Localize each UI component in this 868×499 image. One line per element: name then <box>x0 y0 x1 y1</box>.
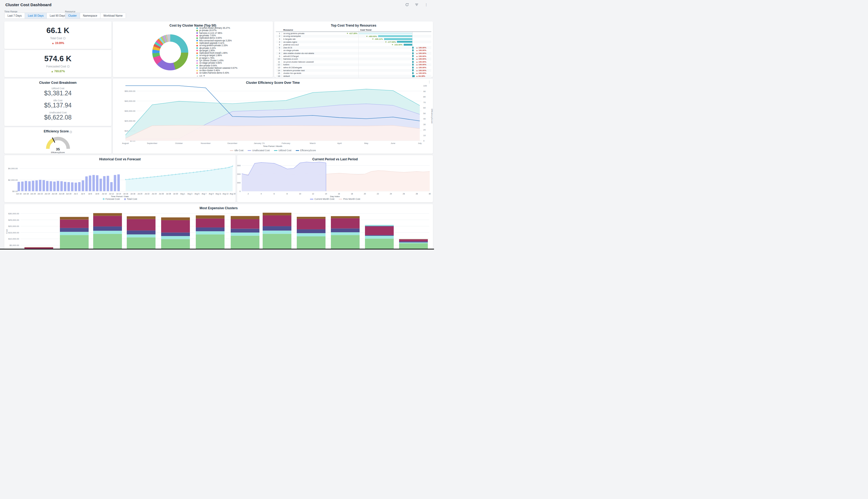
legend-item-idle-cost[interactable]: Idle Cost <box>230 149 244 152</box>
cost-trend-cell: ▼ -627.85% <box>358 32 415 35</box>
svg-text:$20,000.00: $20,000.00 <box>125 120 136 122</box>
zero-axis-line <box>412 40 413 44</box>
page-down-icon[interactable]: ▼ <box>203 75 205 77</box>
legend-item-prev-month-cost[interactable]: Prev Month Cost <box>339 198 360 200</box>
cost-trend-cell <box>358 55 415 58</box>
resource-name: ce-prod-cluster-failover-uswest2 <box>282 61 358 63</box>
table-row[interactable]: 2ce-eng-sonarqube▼ -400.00% <box>276 35 431 38</box>
most-expensive-chart: $30,000.00$25,000.00$20,000.00$15,000.00… <box>4 210 433 250</box>
time-range-option-last-7-days[interactable]: Last 7 Days <box>4 13 25 19</box>
legend-item[interactable]: ce-eng-jenkins-private 2.33% <box>196 44 237 47</box>
legend-item[interactable]: ce-prod-cluster-primary 25.27% <box>196 27 237 29</box>
svg-text:$10,000.00: $10,000.00 <box>8 238 19 240</box>
svg-text:Jul 18: Jul 18 <box>130 193 135 195</box>
legend-item[interactable]: pr-private 20.07% <box>196 29 237 32</box>
legend-swatch <box>230 150 233 151</box>
row-rank: 7 <box>276 49 282 51</box>
kebab-menu-icon[interactable]: ⋮ <box>424 3 428 7</box>
legend-item[interactable]: qa-private 7.02% <box>196 34 237 37</box>
gauge-title: Efficiency Score i <box>4 127 111 133</box>
legend-item-unallocated-cost[interactable]: Unallocated Cost <box>248 149 270 152</box>
legend-item[interactable]: replicated-upgrade 3.11% <box>196 42 237 44</box>
legend-item[interactable]: ce-prod-cluster-failover-uswest2 0.57% <box>196 67 237 69</box>
table-row[interactable]: 11ce-prod-cluster-failover-uswest2▲ 100.… <box>276 60 431 63</box>
table-row[interactable]: 15cluster-for-qa-tests▲ 100.00% <box>276 72 431 75</box>
table-row[interactable]: 5prakhar-ecs-ec2▼ -102.00% <box>276 43 431 46</box>
svg-text:November: November <box>200 142 210 145</box>
legend-item[interactable]: harness-ci-ccm 17.95% <box>196 32 237 34</box>
stacked-bar-segment <box>262 234 291 250</box>
stacked-bar-segment <box>231 233 259 236</box>
time-range-option-last-30-days[interactable]: Last 30 Days <box>25 13 47 19</box>
table-row[interactable]: 12tudors▲ 100.00% <box>276 63 431 66</box>
info-icon[interactable]: i <box>70 131 72 133</box>
legend-text: pr-target 1.79% <box>199 57 214 59</box>
table-row[interactable]: 13wfmx-ECSDelegate▲ 100.00% <box>276 66 431 69</box>
legend-item[interactable]: qa-target 1.90% <box>196 49 237 52</box>
svg-text:$5,000.00: $5,000.00 <box>9 244 19 246</box>
legend-dot <box>196 45 198 47</box>
page-up-icon[interactable]: ▲ <box>196 75 198 77</box>
table-row[interactable]: 4ce-sales-nginx▼ -177.90% <box>276 40 431 44</box>
trend-bar <box>412 69 414 71</box>
legend-item-forecast-cost[interactable]: Forecast Cost <box>103 198 120 200</box>
svg-text:10: 10 <box>423 134 426 137</box>
table-row[interactable]: 8alex-stable-cluster-do-not-delete▲ 100.… <box>276 52 431 55</box>
stacked-bar-segment <box>93 216 122 227</box>
legend-text: ce-stage-private 0.65% <box>199 62 222 64</box>
legend-item-total-cost[interactable]: Total Cost <box>124 198 137 200</box>
svg-text:February: February <box>282 142 290 145</box>
stacked-bar-segment <box>231 229 259 233</box>
trend-value: ▲ 84.39% <box>415 75 430 77</box>
trend-bar <box>358 33 412 34</box>
table-row[interactable]: 16default▲ 84.39% <box>276 75 431 77</box>
svg-text:$25,000.00: $25,000.00 <box>8 219 19 221</box>
info-icon[interactable]: i <box>63 37 65 39</box>
legend-item-utilized-cost[interactable]: Utilized Cost <box>274 149 291 152</box>
resource-option-namespace[interactable]: Namespace <box>80 13 100 19</box>
svg-text:Day Index: Day Index <box>330 195 340 198</box>
legend-swatch <box>102 198 105 200</box>
table-row[interactable]: 6Zee-ECS▲ 100.00% <box>276 46 431 49</box>
stacked-bar-segment <box>196 234 224 250</box>
total-cost-delta: ▲ 19.09% <box>51 41 64 45</box>
legend-item[interactable]: ce-dev-cluster 0.46% <box>196 69 237 72</box>
svg-text:Jul 4: Jul 4 <box>81 193 85 195</box>
legend-item[interactable]: qb-private 2.22% <box>196 47 237 49</box>
legend-dot <box>196 60 198 61</box>
legend-item[interactable]: pr-target 1.79% <box>196 57 237 59</box>
legend-item[interactable]: ce-stage-private 0.65% <box>196 62 237 64</box>
legend-item-current-month-cost[interactable]: Current Month Cost <box>310 198 334 200</box>
refresh-icon[interactable] <box>405 3 409 7</box>
legend-text: ce-eng-jenkins-private 2.33% <box>199 44 228 47</box>
trend-value: ▲ 100.00% <box>415 58 430 60</box>
legend-item[interactable]: replicated-demo 3.93% <box>196 37 237 39</box>
info-icon[interactable]: i <box>67 65 70 68</box>
legend-dot <box>196 30 198 32</box>
table-row[interactable]: 10harness-ci-ccm▲ 100.00% <box>276 58 431 60</box>
table-row[interactable]: 9wfmxECSTarget▲ 100.00% <box>276 55 431 58</box>
legend-item[interactable]: dev-private 0.64% <box>196 64 237 66</box>
table-row[interactable]: 7ce-stage-private▲ 100.00% <box>276 49 431 52</box>
svg-text:$20,000.00: $20,000.00 <box>8 225 19 228</box>
table-row[interactable]: 1ce-eng-jenkins-private▼ -627.85% <box>276 32 431 35</box>
svg-text:20: 20 <box>364 193 366 195</box>
svg-text:0: 0 <box>240 190 241 193</box>
row-rank: 13 <box>276 66 282 69</box>
cost-trend-cell <box>358 60 415 63</box>
legend-item-efficiencyscore[interactable]: EfficiencyScore <box>296 149 316 152</box>
legend-item[interactable]: ce-eng-pr-target 1.88% <box>196 54 237 57</box>
resource-option-cluster[interactable]: Cluster <box>65 13 80 19</box>
table-row[interactable]: 3lr-fargate-lab▼ -330.22% <box>276 38 431 40</box>
legend-item[interactable]: k8s-connected-onprem-qa 3.25% <box>196 39 237 41</box>
filter-icon[interactable] <box>415 3 418 7</box>
expensive-chart-title: Most Expensive Clusters <box>4 204 433 210</box>
resource-option-workload-name[interactable]: Workload Name <box>100 13 126 19</box>
legend-item[interactable]: QA Stress Cluster 1.43% <box>196 59 237 62</box>
svg-text:40: 40 <box>423 118 426 120</box>
legend-text: replicated-demo 3.93% <box>199 37 222 39</box>
cost-trend-cell: ▼ -330.22% <box>358 38 415 40</box>
legend-item[interactable]: ce-sales-harness-demo 0.43% <box>196 72 237 74</box>
table-row[interactable]: 14terraform-provider-test▲ 100.00% <box>276 69 431 72</box>
legend-item[interactable]: replicated-fresh-install 1.90% <box>196 52 237 54</box>
